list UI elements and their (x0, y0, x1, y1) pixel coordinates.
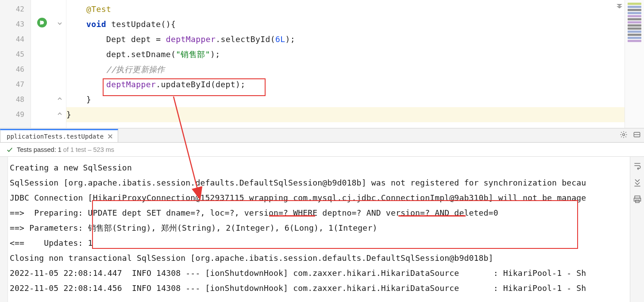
line-number: 49 (0, 107, 31, 122)
console-line: Closing non transactional SqlSession [or… (10, 251, 630, 266)
minimap-block (628, 18, 641, 20)
gear-icon[interactable] (619, 130, 628, 139)
minimap-block (628, 24, 641, 27)
console-line: 2022-11-05 22:08:14.456 INFO 14308 --- [… (10, 281, 630, 296)
minimap-block (628, 9, 641, 11)
status-mid: of 1 test (63, 146, 86, 153)
line-number: 43 (0, 17, 31, 32)
code-line: Dept dept = deptMapper.selectById(6L); (66, 32, 625, 47)
code-area[interactable]: @Test void testUpdate(){ Dept dept = dep… (66, 0, 625, 128)
code-line: void testUpdate(){ (66, 17, 625, 32)
status-prefix: Tests passed: (17, 146, 56, 153)
hide-panel-icon[interactable] (632, 130, 641, 139)
console-line: ==> Preparing: UPDATE dept SET dname=?, … (10, 205, 630, 221)
line-number: 46 (0, 62, 31, 77)
scroll-to-end-icon[interactable] (633, 178, 642, 187)
run-tab[interactable]: pplicationTests.testUpdate (0, 129, 118, 142)
code-editor[interactable]: 4243444546474849 @Test void testUpdate()… (0, 0, 644, 128)
soft-wrap-icon[interactable] (633, 161, 642, 170)
svg-point-1 (623, 134, 625, 136)
console-output[interactable]: Creating a new SqlSessionSqlSession [org… (8, 157, 630, 302)
minimap-block (628, 37, 641, 39)
minimap-block (628, 40, 641, 42)
console-panel: Creating a new SqlSessionSqlSession [org… (0, 157, 644, 302)
console-gutter (0, 157, 8, 302)
print-icon[interactable] (633, 195, 642, 204)
console-line: 2022-11-05 22:08:14.447 INFO 14308 --- [… (10, 266, 630, 281)
fold-gutter (54, 0, 66, 128)
status-pass-count: 1 (58, 146, 62, 153)
line-number: 44 (0, 32, 31, 47)
status-suffix: – 523 ms (86, 146, 114, 153)
code-line: } (66, 107, 625, 122)
annotation-underline (398, 215, 466, 217)
code-line: //执行更新操作 (66, 62, 625, 77)
check-icon (6, 146, 13, 153)
run-tab-strip: pplicationTests.testUpdate (0, 128, 644, 143)
run-test-icon[interactable] (37, 18, 47, 27)
code-line: } (66, 92, 625, 107)
console-line: SqlSession [org.apache.ibatis.session.de… (10, 175, 630, 190)
close-icon[interactable] (107, 133, 113, 139)
run-tab-label: pplicationTests.testUpdate (7, 133, 104, 140)
console-line: Creating a new SqlSession (10, 160, 630, 175)
line-number-gutter: 4243444546474849 (0, 0, 31, 128)
console-line: JDBC Connection [HikariProxyConnection@1… (10, 190, 630, 205)
svg-rect-6 (634, 198, 640, 201)
minimap-block (628, 12, 641, 14)
run-marker-gutter (31, 0, 54, 128)
fold-open-icon[interactable] (57, 19, 62, 25)
collapse-editor-icon[interactable] (616, 2, 623, 7)
test-status-bar: Tests passed: 1 of 1 test – 523 ms (0, 143, 644, 157)
minimap-block (628, 31, 641, 33)
code-line: @Test (66, 2, 625, 17)
minimap-block (628, 27, 641, 30)
console-toolbar (630, 157, 644, 302)
annotation-underline (269, 215, 315, 217)
fold-close-icon[interactable] (57, 95, 62, 100)
line-number: 45 (0, 47, 31, 62)
line-number: 48 (0, 92, 31, 107)
minimap-block (628, 34, 641, 36)
minimap-block (628, 3, 641, 5)
line-number: 42 (0, 2, 31, 17)
code-line: deptMapper.updateById(dept); (66, 77, 625, 92)
console-line: <== Updates: 1 (10, 236, 630, 251)
minimap-block (628, 6, 641, 8)
fold-close-icon[interactable] (57, 110, 62, 115)
line-number: 47 (0, 77, 31, 92)
console-line: ==> Parameters: 销售部(String), 郑州(String),… (10, 221, 630, 236)
code-line: dept.setDname("销售部"); (66, 47, 625, 62)
minimap-block (628, 21, 641, 23)
minimap-block (628, 15, 641, 17)
minimap[interactable] (625, 0, 644, 128)
